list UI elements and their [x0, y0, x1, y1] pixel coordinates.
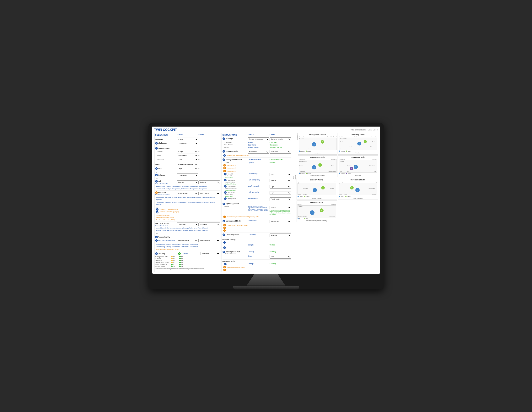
- badge-2: 2: [155, 147, 158, 149]
- operating-mode-future: Enabling: [270, 263, 291, 265]
- ownership-select[interactable]: Public: [177, 158, 198, 161]
- current-bubble-mgmtmodel: C: [312, 165, 316, 169]
- context-label: Context: [222, 162, 247, 163]
- monitor-base: [233, 286, 299, 289]
- dot-speed-curr: [171, 265, 172, 267]
- industry-select[interactable]: Professional: [177, 174, 198, 177]
- maturity-legend: Green = top tier standards; yellow = med…: [155, 268, 220, 269]
- metrics-current: Product Metrics: [248, 147, 269, 148]
- unit-current-select[interactable]: Business: [177, 180, 198, 184]
- leadership-future-select[interactable]: Systemic: [270, 234, 291, 237]
- badge-23: 23: [222, 251, 225, 253]
- location-row: Location Europe n.a.: [155, 150, 220, 153]
- strategy-row: 1 Strategy Product performance Customer …: [222, 137, 291, 141]
- uncertainty-future-select[interactable]: High: [270, 185, 291, 188]
- operating-model-chart: Operating Model Institute Conglomerate I…: [338, 133, 378, 155]
- mgmt-model-row: 15 Management Model Professional Profess…: [222, 220, 291, 223]
- mission-future-select[interactable]: Service: [270, 206, 291, 209]
- dev-clarity-current: Clear: [248, 255, 269, 257]
- development-path-title: Development Path: [339, 179, 377, 181]
- scope-select[interactable]: International: [177, 154, 198, 157]
- size-select[interactable]: Large: [177, 167, 198, 170]
- complexity-current: High Complexity: [248, 179, 269, 181]
- ownership-row: Ownership Public n.a.: [155, 158, 220, 161]
- strategy-label: 1 Strategy: [222, 137, 247, 140]
- sim-future-col: Future: [270, 134, 291, 136]
- challenges-current-select[interactable]: Performance: [177, 142, 198, 145]
- context-row: Context Dynamic Dynamic: [222, 162, 291, 163]
- unit-future-select[interactable]: Business: [199, 180, 220, 184]
- dev-clarity-future-select[interactable]: Clear: [270, 255, 291, 259]
- monitor-stand: [247, 274, 285, 286]
- dev-path-row: 23 Development Path Clarity of Direction…: [222, 251, 291, 255]
- uncertainty-row: 10- Uncertainty Traditional Interactions…: [222, 185, 291, 189]
- positioning-row: Positioning Product Customer: [222, 141, 291, 143]
- decision-making-area: Dynamic Static Simple Complex Wicked C: [297, 183, 336, 195]
- location-select[interactable]: Europe: [177, 150, 198, 153]
- volatility-future-select[interactable]: High: [270, 173, 291, 176]
- badge-8: 8: [224, 173, 227, 175]
- dot-resilience-curr: [171, 264, 172, 265]
- business-model-future-select[interactable]: Exploration: [270, 150, 291, 154]
- app-version: V3.1 for ClientName | Lukas Michel: [351, 129, 378, 131]
- management-context-title: Management Context: [299, 134, 337, 136]
- business-model-current-select[interactable]: Exploitation: [248, 150, 269, 154]
- outcomes-row: Outcomes 64 73: [155, 260, 220, 262]
- mgmt-model-future-select[interactable]: Professional: [270, 220, 291, 223]
- unit-row: 6Unit The Choice of Rules Business Busin…: [155, 180, 220, 184]
- sim-current-col: Current: [248, 134, 269, 136]
- core-process-row: Core Process Operations Operations: [222, 144, 291, 146]
- dot-speed-fut: [179, 265, 181, 267]
- structure-future-select[interactable]: Profit Centres: [199, 192, 220, 195]
- leadership-label: 19 Leadership Style: [222, 234, 247, 236]
- operating-mode-label: Operating Mode: [222, 260, 247, 262]
- dot-outcomes-fut: [179, 260, 181, 261]
- positioning-future: Customer: [270, 141, 291, 143]
- resilience-row: Work: Resilience 77 78: [155, 264, 220, 265]
- form-row: Form Programmed Machine: [155, 163, 220, 166]
- ambiguity-current: High Ambiguity: [248, 191, 269, 193]
- mission-label: Mission: [222, 206, 247, 207]
- lifecycle-future-select[interactable]: Delegation: [199, 223, 220, 226]
- development-path-chart: Development Path Learning Experimenting …: [338, 178, 378, 200]
- current-bubble-decision: C: [313, 188, 317, 192]
- volatility-row: 8- Volatility Traditional Tools Low Vola…: [222, 173, 291, 177]
- dot-success-curr: [171, 258, 172, 259]
- structure-current-select[interactable]: Profit Centres: [177, 192, 198, 195]
- form-select[interactable]: Programmed Machine: [177, 163, 198, 166]
- operating-model-label: 13 Operating Model: [222, 203, 247, 205]
- language-current-select[interactable]: English: [177, 137, 198, 141]
- mgmt-context-current: Capabilities-based: [248, 158, 269, 160]
- accountability-current-select[interactable]: Fairly decentral: [177, 239, 198, 242]
- context-future: Dynamic: [270, 162, 291, 163]
- badge-3: 3: [155, 167, 158, 170]
- lifecycle-current-select[interactable]: Delegation: [177, 223, 198, 226]
- demographics-title: 2Demographics: [155, 147, 220, 149]
- uncertainty-current: Low Uncertainty: [248, 185, 269, 187]
- badge-7: 7: [155, 191, 158, 194]
- badge-19s: 19: [222, 234, 225, 236]
- maturity-select[interactable]: Performers: [200, 252, 220, 255]
- accountability-future-select[interactable]: Fairly decentral: [199, 239, 220, 242]
- leadership-style-area: Involving Low High Little Systemic Situa…: [339, 160, 377, 173]
- future-bubble-decision: F: [321, 186, 325, 189]
- ambiguity-row: 11- Ambiguity Dynamic Rules High Ambigui…: [222, 191, 291, 195]
- operating-mode-current: Change: [248, 263, 269, 265]
- core-process-label: Core Process: [222, 144, 247, 146]
- strategy-future-select[interactable]: Customer benefits: [270, 137, 291, 141]
- accountability-sub-label: 14The Choice of Interactions: [155, 239, 176, 242]
- volatility-label-group: 8- Volatility Traditional Tools: [222, 173, 247, 177]
- management-future-select[interactable]: People-centric: [270, 197, 291, 201]
- decision-row: Decision-Making: [222, 239, 291, 241]
- badge-6: 6: [223, 167, 226, 169]
- form-label: Form: [155, 164, 176, 166]
- unit-label-group: 6Unit The Choice of Rules: [155, 180, 176, 184]
- badge-1: 1: [155, 142, 158, 145]
- strategy-current-select[interactable]: Product performance: [248, 137, 269, 141]
- ambiguity-label-group: 11- Ambiguity Dynamic Rules: [222, 191, 247, 195]
- decision-making-title: Decision-Making: [297, 179, 336, 181]
- future-bubble-opmode: F: [320, 208, 323, 212]
- ambiguity-future-select[interactable]: High: [270, 191, 291, 195]
- complexity-future-select[interactable]: Medium: [270, 179, 291, 182]
- leadership-current: Cultivating: [248, 234, 269, 235]
